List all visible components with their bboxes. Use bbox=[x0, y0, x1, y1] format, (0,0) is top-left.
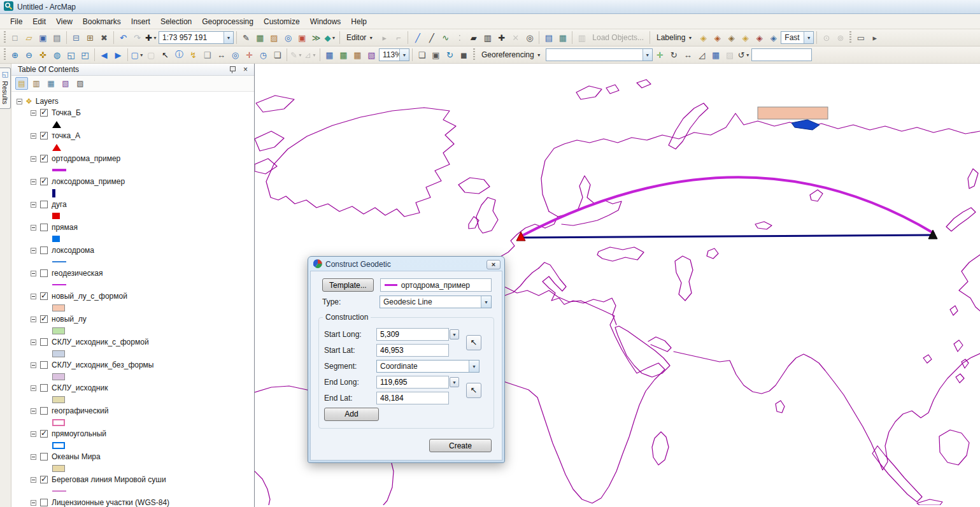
collapse-icon[interactable] bbox=[31, 317, 36, 322]
collapse-icon[interactable] bbox=[31, 225, 36, 231]
back-extent-icon[interactable]: ◀ bbox=[97, 48, 111, 62]
layer-symbol[interactable] bbox=[52, 304, 65, 311]
pause-labeling-icon[interactable]: ◈ bbox=[753, 31, 766, 45]
layer-visibility-checkbox[interactable] bbox=[40, 155, 48, 162]
layer-visibility-checkbox[interactable] bbox=[40, 499, 48, 506]
zoom-whole-page-icon[interactable]: ❏ bbox=[415, 48, 429, 62]
attributes-window-icon[interactable]: ▤ bbox=[542, 31, 555, 45]
modelbuilder-icon[interactable]: ◆▼ bbox=[323, 31, 337, 45]
label-manager-icon[interactable]: ◈ bbox=[697, 31, 710, 45]
layer-name[interactable]: Океаны Мира bbox=[52, 452, 101, 461]
layers-root-label[interactable]: Layers bbox=[36, 97, 59, 106]
reset-transformation-icon[interactable]: ↺▼ bbox=[737, 48, 751, 62]
delete-icon[interactable]: ✖ bbox=[97, 31, 111, 45]
layer-visibility-checkbox[interactable] bbox=[40, 338, 48, 346]
dialog-titlebar[interactable]: Construct Geodetic × bbox=[310, 258, 502, 271]
template-button[interactable]: Template... bbox=[322, 278, 374, 292]
map-scale-combo[interactable]: 1:73 957 191▼ bbox=[159, 31, 234, 44]
time-slider-icon[interactable]: ◷ bbox=[257, 48, 270, 62]
label-engine-combo[interactable]: Fast▼ bbox=[781, 31, 814, 44]
sketch-properties-icon[interactable]: ▦ bbox=[556, 31, 569, 45]
layer-visibility-checkbox[interactable] bbox=[40, 361, 48, 369]
python-window-icon[interactable]: ≫ bbox=[309, 31, 323, 45]
georeferencing-menu[interactable]: Georeferencing▼ bbox=[478, 49, 545, 61]
shift-raster-icon[interactable]: ↔ bbox=[681, 48, 695, 62]
layer-name[interactable]: новый_лу_с_формой bbox=[52, 292, 127, 301]
collapse-icon[interactable] bbox=[31, 271, 36, 276]
redo-icon[interactable]: ↷ bbox=[131, 31, 144, 45]
save-icon[interactable]: ▣ bbox=[36, 31, 50, 45]
undo-icon[interactable]: ↶ bbox=[117, 31, 130, 45]
html-popup-icon[interactable]: ❑ bbox=[201, 48, 214, 62]
title-bar[interactable]: Untitled - ArcMap bbox=[0, 0, 980, 14]
forward-extent-icon[interactable]: ▶ bbox=[111, 48, 125, 62]
overflow-icon[interactable]: ▸ bbox=[868, 31, 881, 45]
find-icon[interactable]: ◎ bbox=[229, 48, 242, 62]
start-long-units-button[interactable]: ▼ bbox=[450, 329, 459, 339]
results-tab[interactable]: ◱ Results bbox=[0, 68, 11, 109]
layer-symbol[interactable] bbox=[52, 490, 66, 492]
print-icon[interactable]: ▤ bbox=[50, 31, 64, 45]
endpoint-arc-icon[interactable]: ╱ bbox=[425, 31, 438, 45]
segment-combo[interactable]: Coordinate ▼ bbox=[376, 360, 479, 373]
add-control-points-icon[interactable]: ✛ bbox=[653, 48, 667, 62]
layer-symbol[interactable] bbox=[52, 189, 55, 197]
collapse-icon[interactable] bbox=[31, 110, 36, 116]
point-a-marker[interactable] bbox=[516, 232, 525, 241]
collapse-icon[interactable] bbox=[31, 294, 36, 299]
menu-item[interactable]: Help bbox=[346, 15, 372, 28]
layer-name[interactable]: локсодрома_пример bbox=[52, 177, 125, 186]
menu-item[interactable]: Edit bbox=[27, 15, 51, 28]
layer-symbol[interactable] bbox=[52, 396, 65, 403]
layer-visibility-checkbox[interactable] bbox=[40, 384, 48, 392]
rotate-raster-icon[interactable]: ↻ bbox=[667, 48, 681, 62]
layer-visibility-checkbox[interactable] bbox=[40, 178, 48, 185]
georeferencing-layer-combo[interactable]: ▼ bbox=[546, 48, 653, 61]
collapse-icon[interactable] bbox=[31, 500, 36, 506]
open-attribute-table-icon[interactable]: ▦ bbox=[323, 48, 336, 62]
layer-name[interactable]: новый_лу bbox=[52, 315, 87, 324]
pause-drawing-icon[interactable]: ◼ bbox=[457, 48, 471, 62]
list-by-selection-icon[interactable]: ▧ bbox=[59, 77, 72, 90]
view-link-table-icon[interactable]: ▦ bbox=[709, 48, 723, 62]
lock-labels-icon[interactable]: ◈ bbox=[739, 31, 752, 45]
toc-header[interactable]: Table Of Contents × bbox=[11, 64, 254, 76]
search-window-icon[interactable]: ◎ bbox=[281, 31, 295, 45]
collapse-icon[interactable] bbox=[31, 179, 36, 185]
toolbar-grip[interactable] bbox=[849, 31, 851, 44]
collapse-icon[interactable] bbox=[31, 408, 36, 414]
fixed-zoom-in-icon[interactable]: ◱ bbox=[64, 48, 78, 62]
select-window-icon[interactable]: ▭ bbox=[854, 31, 867, 45]
pan-icon[interactable]: ✜ bbox=[36, 48, 50, 62]
labeling-menu[interactable]: Labeling▼ bbox=[653, 32, 696, 43]
toolbar-grip[interactable] bbox=[473, 48, 475, 61]
layer-symbol[interactable] bbox=[52, 121, 61, 128]
collapse-icon[interactable] bbox=[31, 248, 36, 254]
layer-visibility-checkbox[interactable] bbox=[40, 132, 48, 139]
table-options-icon[interactable]: ▦ bbox=[351, 48, 364, 62]
layer-name[interactable]: СКЛУ_исходник bbox=[52, 383, 108, 392]
collapse-icon[interactable] bbox=[31, 156, 36, 162]
paste-icon[interactable]: ⊞ bbox=[83, 31, 97, 45]
layer-name[interactable]: СКЛУ_исходник_без_формы bbox=[52, 361, 153, 369]
rotate-tool-icon[interactable]: ✕ bbox=[509, 31, 522, 45]
layer-symbol[interactable] bbox=[52, 144, 61, 151]
list-by-visibility-icon[interactable]: ▦ bbox=[45, 77, 57, 90]
editor-menu[interactable]: Editor▼ bbox=[343, 32, 377, 43]
select-features-icon[interactable]: ▢▼ bbox=[131, 48, 144, 62]
layer-visibility-checkbox[interactable] bbox=[40, 476, 48, 483]
layer-visibility-checkbox[interactable] bbox=[40, 430, 48, 438]
layer-visibility-checkbox[interactable] bbox=[40, 246, 48, 254]
toc-options-icon[interactable]: ▨ bbox=[74, 77, 87, 90]
type-combo[interactable]: Geodesic Line ▼ bbox=[380, 296, 492, 308]
scale-raster-icon[interactable]: ◿ bbox=[695, 48, 709, 62]
split-tool-icon[interactable]: ✚ bbox=[495, 31, 508, 45]
menu-item[interactable]: Geoprocessing bbox=[197, 15, 259, 28]
point-tool-icon[interactable]: ⁚ bbox=[453, 31, 466, 45]
cut-polygons-icon[interactable]: ▥ bbox=[481, 31, 494, 45]
target-layer-display[interactable]: ортодрома_пример bbox=[380, 278, 492, 292]
layout-zoom-combo[interactable]: 113%▼ bbox=[379, 48, 409, 61]
fixed-zoom-out-icon[interactable]: ◰ bbox=[78, 48, 92, 62]
end-point-pick-button[interactable]: ↖ bbox=[466, 383, 481, 398]
collapse-icon[interactable] bbox=[31, 339, 36, 345]
